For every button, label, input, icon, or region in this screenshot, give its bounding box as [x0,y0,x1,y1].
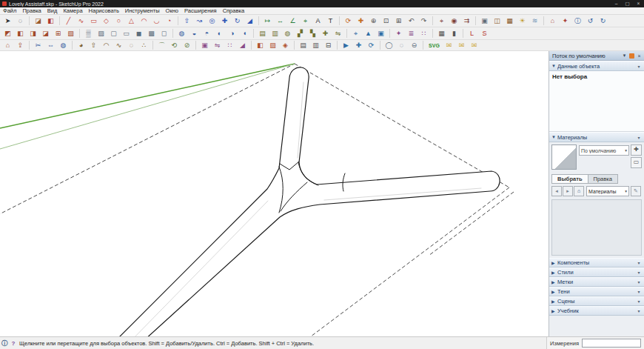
joint-push-pull-icon[interactable]: ⇧ [88,41,99,50]
lock-selection-icon[interactable]: ⊖ [409,41,420,50]
menu-item-7[interactable]: Окно [163,7,181,14]
materials-list-area[interactable] [551,199,642,256]
minimize-button[interactable]: – [611,0,622,7]
fredo-scale-icon[interactable]: ◢ [237,41,248,50]
offset-icon[interactable]: ◎ [207,16,218,26]
x-ray-style-icon[interactable]: ▒ [83,29,94,39]
smoove-icon[interactable]: ◍ [282,29,293,39]
material-replacer-icon[interactable]: ◧ [255,41,266,50]
solid-split-icon[interactable]: ◖ [239,29,250,39]
solid-subtract-icon[interactable]: ◓ [201,29,212,39]
advanced-camera-icon[interactable]: ▮ [449,29,460,39]
tab-select[interactable]: Выбрать [551,174,588,184]
cleanup-icon[interactable]: ⊘ [181,41,192,50]
select-icon[interactable]: ➤ [2,16,13,26]
zoom-extents-icon[interactable]: ⊞ [393,16,404,26]
paint-bucket-icon[interactable]: ◧ [45,16,56,26]
left-view-icon[interactable]: ▧ [65,29,76,39]
back-view-icon[interactable]: ⊞ [53,29,64,39]
menu-item-1[interactable]: Файл [0,7,19,14]
play-animation-icon[interactable]: ▶ [341,41,352,50]
tray-section-6[interactable]: ▶Учебник▾ [549,306,644,316]
pin-icon[interactable] [629,53,634,59]
zoom-window-icon[interactable]: ⊡ [380,16,392,26]
photo-texture-icon[interactable]: ▣ [375,29,386,39]
interact-tool-icon[interactable]: ✦ [393,29,404,39]
back-button[interactable]: ◂ [551,186,562,196]
freehand-tool-icon[interactable]: ∿ [76,16,87,26]
make-unique-icon[interactable]: ◈ [280,41,291,50]
rotate-icon[interactable]: ↻ [232,16,243,26]
add-detail-icon[interactable]: ✚ [320,29,331,39]
texture-positioner-icon[interactable]: ▨ [267,41,278,50]
section-plane-icon[interactable]: ▣ [479,16,490,26]
make-component-icon[interactable]: ◫ [492,16,503,26]
front-view-icon[interactable]: ◨ [27,29,38,39]
look-around-icon[interactable]: ◉ [449,16,460,26]
curviloft-icon[interactable]: ◠ [101,41,112,50]
eraser-icon[interactable]: ◪ [33,16,44,26]
soap-skin-bubble-icon[interactable]: ◌ [126,41,137,50]
help-icon[interactable]: ? [9,340,18,347]
menu-item-3[interactable]: Вид [44,7,61,14]
geolocation-icon[interactable]: ⓘ [0,339,9,348]
flip-edge-icon[interactable]: ⇋ [332,29,343,39]
flip-along-icon[interactable]: ⇔ [45,41,56,50]
pie-tool-icon[interactable]: ◔ [164,16,175,26]
solid-inspector-icon[interactable]: ◍ [58,41,69,50]
array-copy-icon[interactable]: ∷ [224,41,235,50]
walk-icon[interactable]: ⇉ [461,16,472,26]
hide-rest-of-model-icon[interactable]: ◯ [383,41,395,50]
intersect-faces-icon[interactable]: ✂ [33,41,44,50]
iso-view-icon[interactable]: ◩ [2,29,13,39]
round-corner-icon[interactable]: ◕ [76,41,87,50]
show-hidden-icon[interactable]: ◌ [396,41,407,50]
purge-unused-icon[interactable]: ⟲ [169,41,180,50]
axes-tool-icon[interactable]: ⌖ [300,16,311,26]
tray-close-icon[interactable]: × [636,53,643,59]
polygon-tool-icon[interactable]: △ [126,16,137,26]
chat-bubble-3-icon[interactable]: ✉ [469,41,480,50]
export-3d-icon[interactable]: ▥ [310,41,321,50]
forward-button[interactable]: ▸ [563,186,573,196]
in-model-button[interactable]: ⌂ [574,186,584,196]
print-model-icon[interactable]: ⊟ [323,41,334,50]
move-icon[interactable]: ✚ [219,16,230,26]
solid-union-icon[interactable]: ◒ [189,29,200,39]
upload-model-icon[interactable]: ⇪ [15,41,26,50]
shaded-style-icon[interactable]: ◼ [133,29,144,39]
undo-icon[interactable]: ↺ [585,16,596,26]
menu-item-8[interactable]: Расширения [181,7,220,14]
next-view-icon[interactable]: ↷ [418,16,429,26]
solid-trim-icon[interactable]: ◐ [214,29,225,39]
tray-section-4[interactable]: ▶Тени▾ [549,287,644,296]
hidden-line-style-icon[interactable]: ▭ [121,29,132,39]
close-button[interactable]: × [633,0,644,7]
orbit-icon[interactable]: ⟳ [343,16,354,26]
tray-section-1[interactable]: ▶Компоненты▾ [549,258,644,267]
viewport[interactable] [0,51,549,337]
circle-tool-icon[interactable]: ○ [113,16,124,26]
pan-icon[interactable]: ✚ [355,16,366,26]
current-material-combo[interactable]: По умолчанию ▾ [579,145,629,156]
match-photo-icon[interactable]: ▦ [436,29,447,39]
menu-item-6[interactable]: Инструменты [122,7,163,14]
menu-item-4[interactable]: Камера [60,7,85,14]
dimension-icon[interactable]: ↔ [275,16,286,26]
chevron-down-icon[interactable]: ▾ [621,53,628,59]
svg-export-icon[interactable]: SVG [426,41,442,50]
measurements-input[interactable] [582,339,641,348]
toggle-terrain-icon[interactable]: ▲ [363,29,374,39]
create-material-button[interactable]: ✚ [631,144,642,156]
outer-shell-icon[interactable]: ◍ [176,29,187,39]
protractor-icon[interactable]: ∠ [287,16,298,26]
warehouse-home-icon[interactable]: ⌂ [2,41,13,50]
sample-paint-button[interactable]: ✎ [631,186,641,196]
shape-bender-icon[interactable]: ∿ [113,41,124,50]
maximize-button[interactable]: ▢ [622,0,633,7]
update-scene-icon[interactable]: ⟳ [366,41,377,50]
materials-collection-dropdown[interactable]: Материалы ▾ [586,186,629,196]
rectangle-tool-icon[interactable]: ▭ [88,16,99,26]
menu-item-9[interactable]: Справка [220,7,247,14]
shadows-toggle-icon[interactable]: ☀ [517,16,528,26]
